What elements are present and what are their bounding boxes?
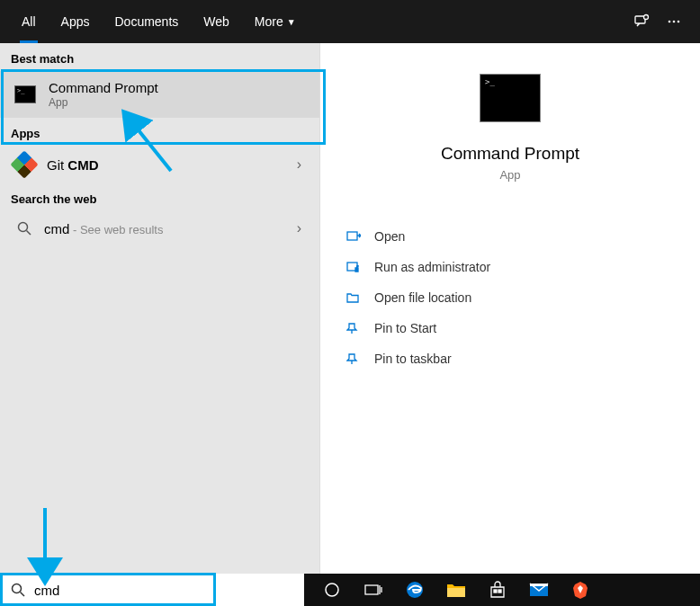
- command-prompt-preview-icon: [480, 74, 541, 122]
- svg-rect-17: [494, 590, 497, 593]
- action-open[interactable]: Open: [340, 221, 680, 252]
- tab-more[interactable]: More ▼: [242, 0, 309, 43]
- feedback-icon[interactable]: [633, 13, 650, 30]
- svg-point-9: [13, 584, 22, 593]
- svg-rect-12: [365, 585, 378, 594]
- tab-web[interactable]: Web: [191, 0, 242, 43]
- svg-line-6: [27, 231, 31, 236]
- svg-rect-16: [447, 588, 465, 597]
- section-search-web: Search the web: [0, 183, 319, 211]
- result-web-search[interactable]: cmd - See web results ›: [0, 211, 319, 245]
- section-apps: Apps: [0, 118, 319, 146]
- options-icon[interactable]: [666, 13, 682, 30]
- folder-icon: [344, 290, 363, 305]
- section-best-match: Best match: [0, 43, 319, 71]
- search-icon: [17, 221, 31, 236]
- result-subtitle: App: [49, 96, 307, 109]
- result-title: cmd - See web results: [44, 221, 292, 236]
- tab-documents[interactable]: Documents: [102, 0, 191, 43]
- actions-list: Open Run as administrator Open file loca…: [320, 221, 700, 374]
- store-icon[interactable]: [477, 574, 518, 606]
- taskbar: [0, 574, 700, 606]
- command-prompt-icon: [14, 85, 36, 103]
- action-pin-start[interactable]: Pin to Start: [340, 313, 680, 343]
- action-run-admin[interactable]: Run as administrator: [340, 252, 680, 282]
- result-git-cmd[interactable]: Git CMD ›: [0, 146, 319, 183]
- pin-taskbar-icon: [344, 352, 363, 366]
- svg-point-4: [678, 21, 680, 23]
- cortana-icon[interactable]: [311, 574, 353, 606]
- action-pin-taskbar[interactable]: Pin to taskbar: [340, 343, 680, 374]
- preview-title: Command Prompt: [320, 144, 700, 164]
- open-icon: [344, 229, 363, 244]
- edge-icon[interactable]: [394, 574, 435, 606]
- results-panel: Best match Command Prompt App Apps Git C…: [0, 43, 319, 574]
- file-explorer-icon[interactable]: [435, 574, 477, 606]
- search-box[interactable]: [0, 574, 304, 606]
- tab-apps[interactable]: Apps: [49, 0, 103, 43]
- mail-icon[interactable]: [518, 574, 560, 606]
- svg-point-1: [644, 15, 649, 20]
- task-view-icon[interactable]: [353, 574, 394, 606]
- search-icon: [11, 583, 25, 597]
- filter-tabs: All Apps Documents Web More ▼: [0, 0, 700, 43]
- chevron-right-icon[interactable]: ›: [292, 220, 307, 236]
- svg-line-10: [21, 593, 25, 597]
- preview-panel: Command Prompt App Open Run as administr…: [319, 43, 700, 574]
- svg-point-5: [19, 223, 28, 232]
- svg-point-3: [673, 21, 676, 23]
- action-file-location[interactable]: Open file location: [340, 282, 680, 313]
- pin-start-icon: [344, 321, 363, 335]
- svg-point-11: [326, 584, 338, 596]
- chevron-right-icon[interactable]: ›: [292, 156, 307, 173]
- tab-all[interactable]: All: [9, 0, 49, 43]
- svg-rect-7: [347, 232, 357, 240]
- svg-rect-20: [530, 584, 548, 586]
- svg-rect-18: [498, 590, 501, 593]
- preview-subtitle: App: [320, 168, 700, 182]
- brave-icon[interactable]: [560, 574, 601, 606]
- svg-point-2: [669, 21, 671, 23]
- git-icon: [10, 150, 38, 178]
- result-title: Git CMD: [47, 157, 292, 173]
- result-title: Command Prompt: [49, 80, 307, 95]
- search-input[interactable]: [34, 583, 293, 598]
- admin-icon: [344, 260, 363, 274]
- result-command-prompt[interactable]: Command Prompt App: [0, 71, 319, 118]
